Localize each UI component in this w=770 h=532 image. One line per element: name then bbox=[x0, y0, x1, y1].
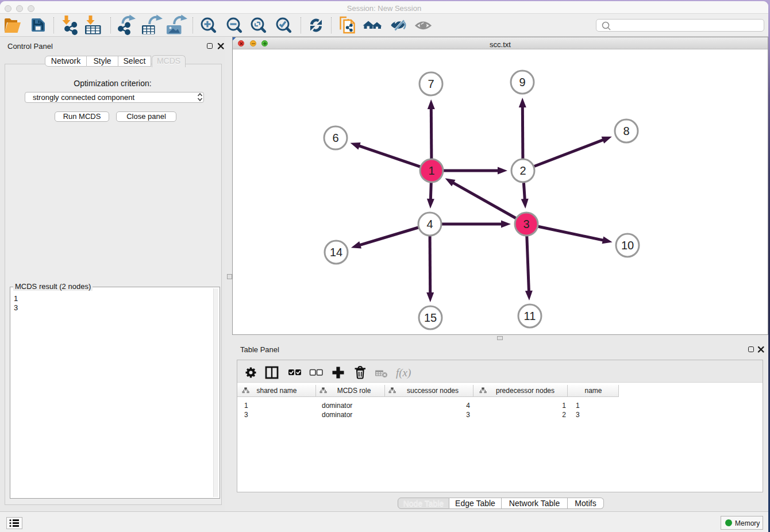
svg-text:f(x): f(x) bbox=[396, 367, 411, 379]
svg-text:6: 6 bbox=[332, 132, 338, 144]
svg-text:1: 1 bbox=[428, 164, 434, 177]
svg-text:14: 14 bbox=[330, 246, 342, 259]
svg-text:7: 7 bbox=[428, 78, 434, 90]
svg-text:2: 2 bbox=[519, 164, 526, 177]
svg-text:8: 8 bbox=[623, 125, 629, 137]
svg-text:15: 15 bbox=[424, 311, 437, 324]
svg-text:3: 3 bbox=[523, 218, 529, 230]
svg-text:10: 10 bbox=[621, 239, 634, 252]
svg-text:11: 11 bbox=[524, 310, 536, 322]
svg-text:9: 9 bbox=[519, 76, 525, 88]
svg-text:4: 4 bbox=[426, 218, 433, 230]
